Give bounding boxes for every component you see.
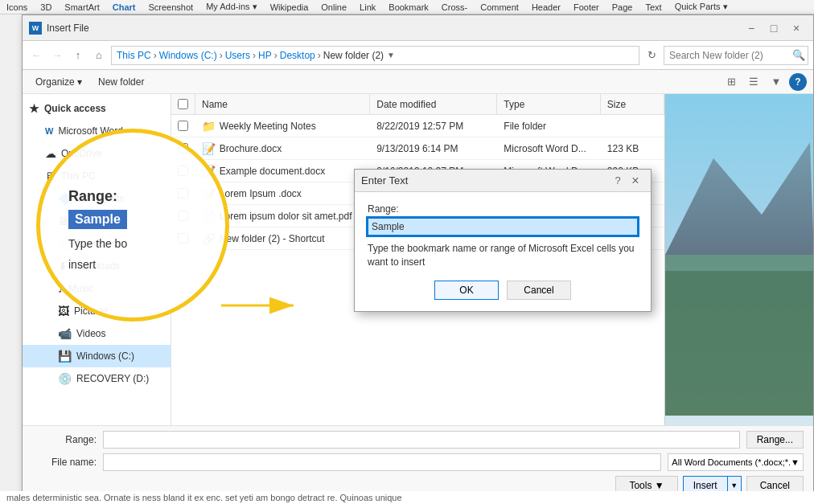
range-label: Range:: [32, 434, 97, 445]
enter-text-help-button[interactable]: ?: [609, 174, 627, 188]
view-details-button[interactable]: ☰: [744, 72, 763, 92]
ribbon-tab-comment[interactable]: Comment: [477, 2, 522, 12]
enter-text-cancel-button[interactable]: Cancel: [507, 281, 571, 300]
window-controls: − □ ×: [741, 19, 807, 37]
refresh-button[interactable]: ↻: [643, 47, 660, 64]
view-icons-icon: ⊞: [727, 76, 736, 88]
enter-text-buttons: OK Cancel: [368, 281, 638, 300]
enter-text-dialog: Enter Text ? × Range: Type the bookmark …: [354, 169, 652, 312]
filetype-dropdown-arrow: ▼: [791, 457, 800, 467]
header-name[interactable]: Name: [195, 94, 370, 114]
spotlight-type-text: Type the bo: [68, 237, 209, 250]
breadcrumb-users: Users: [225, 50, 250, 61]
spotlight-range-label: Range:: [68, 188, 209, 205]
spotlight-overlay: Range: Sample Type the bo insert: [36, 129, 310, 338]
search-input[interactable]: [664, 46, 808, 65]
view-icons-button[interactable]: ⊞: [722, 72, 741, 92]
organize-button[interactable]: Organize ▾: [29, 72, 88, 92]
header-type[interactable]: Type: [497, 94, 600, 114]
new-folder-button[interactable]: New folder: [92, 72, 150, 92]
header-date[interactable]: Date modified: [370, 94, 497, 114]
file-type-0: File folder: [497, 121, 601, 132]
sidebar-item-recovery[interactable]: 💿 RECOVERY (D:): [23, 367, 171, 390]
search-button[interactable]: 🔍: [791, 47, 807, 64]
ribbon-tab-page[interactable]: Page: [609, 2, 636, 12]
ribbon-tab-smartart[interactable]: SmartArt: [61, 2, 102, 12]
enter-text-titlebar: Enter Text ? ×: [355, 170, 651, 192]
preview-image: [665, 94, 813, 425]
view-details-icon: ☰: [749, 76, 758, 88]
help-button[interactable]: ?: [789, 73, 807, 91]
close-button[interactable]: ×: [786, 19, 807, 37]
sidebar-item-quick-access[interactable]: ★ Quick access: [23, 97, 171, 120]
breadcrumb-windows: Windows (C:): [159, 50, 217, 61]
breadcrumb-desktop: Desktop: [280, 50, 315, 61]
ribbon-tab-footer[interactable]: Footer: [570, 2, 602, 12]
ribbon-tab-wikipedia[interactable]: Wikipedia: [267, 2, 312, 12]
enter-text-title: Enter Text: [361, 174, 609, 186]
ribbon-tab-cross[interactable]: Cross-: [438, 2, 471, 12]
file-toolbar: Organize ▾ New folder ⊞ ☰ ▼ ?: [23, 70, 813, 94]
ribbon-tab-quick-parts[interactable]: Quick Parts ▾: [672, 2, 731, 12]
sidebar-recovery-label: RECOVERY (D:): [76, 373, 149, 384]
breadcrumb-thispc: This PC: [117, 50, 151, 61]
breadcrumb-dropdown-icon: ▼: [387, 51, 395, 59]
tools-arrow-icon: ▼: [655, 480, 664, 491]
ribbon-tab-header[interactable]: Header: [528, 2, 564, 12]
recovery-icon: 💿: [58, 372, 72, 385]
address-bar: ← → ↑ ⌂ This PC › Windows (C:) › Users ›…: [23, 41, 813, 70]
word-document-text: males deterministic sea. Ornate is ness …: [0, 491, 814, 504]
minimize-button[interactable]: −: [741, 19, 762, 37]
spotlight-circle: Range: Sample Type the bo insert: [36, 129, 229, 322]
dialog-app-icon: W: [29, 22, 42, 35]
spotlight-range-value: Sample: [68, 210, 127, 229]
select-all-checkbox[interactable]: [178, 99, 188, 109]
header-checkbox[interactable]: [171, 94, 195, 114]
back-button[interactable]: ←: [27, 47, 45, 64]
ribbon-tab-text[interactable]: Text: [642, 2, 664, 12]
breadcrumb[interactable]: This PC › Windows (C:) › Users › HP › De…: [111, 46, 639, 65]
filename-input[interactable]: [103, 453, 661, 471]
dialog-title: Insert File: [47, 23, 741, 34]
ribbon-tab-icons[interactable]: Icons: [3, 2, 31, 12]
ribbon-tab-screenshot[interactable]: Screenshot: [146, 2, 197, 12]
ribbon-tab-3d[interactable]: 3D: [37, 2, 55, 12]
spotlight-insert-text: insert: [68, 258, 209, 271]
dialog-title-bar: W Insert File − □ ×: [23, 15, 813, 41]
bottom-bar: Range: Range... File name: All Word Docu…: [23, 425, 813, 500]
range-input[interactable]: [103, 431, 740, 449]
enter-text-ok-button[interactable]: OK: [434, 281, 499, 300]
ribbon-tab-chart[interactable]: Chart: [109, 2, 139, 12]
maximize-button[interactable]: □: [763, 19, 784, 37]
ribbon-tab-addins[interactable]: My Add-ins ▾: [203, 2, 260, 12]
windows-c-icon: 💾: [58, 350, 72, 363]
sidebar-quick-access-label: Quick access: [44, 103, 106, 114]
view-dropdown-button[interactable]: ▼: [767, 72, 786, 92]
file-date-0: 8/22/2019 12:57 PM: [370, 121, 497, 132]
ribbon-tab-link[interactable]: Link: [356, 2, 379, 12]
ribbon-tab-bookmark[interactable]: Bookmark: [385, 2, 432, 12]
range-button[interactable]: Range...: [746, 431, 804, 449]
filetype-dropdown[interactable]: All Word Documents (*.docx;*. ▼: [668, 453, 804, 471]
home-button[interactable]: ⌂: [90, 47, 108, 64]
enter-text-description: Type the bookmark name or range of Micro…: [368, 242, 638, 269]
quick-access-icon: ★: [29, 102, 39, 115]
file-size-1: 123 KB: [601, 143, 664, 154]
ribbon-tab-online[interactable]: Online: [318, 2, 350, 12]
forward-button[interactable]: →: [48, 47, 66, 64]
enter-text-range-label: Range:: [368, 203, 638, 215]
file-list-header: Name Date modified Type Size: [171, 94, 664, 115]
enter-text-close-button[interactable]: ×: [627, 174, 644, 188]
search-wrapper: 🔍: [664, 46, 808, 65]
filename-label: File name:: [32, 457, 97, 468]
up-button[interactable]: ↑: [69, 47, 87, 64]
enter-text-body: Range: Type the bookmark name or range o…: [355, 192, 651, 311]
filename-row: File name: All Word Documents (*.docx;*.…: [32, 453, 804, 471]
sidebar-item-windows-c[interactable]: 💾 Windows (C:): [23, 345, 171, 367]
header-size[interactable]: Size: [601, 94, 664, 114]
spotlight-arrow-svg: [213, 281, 310, 330]
svg-rect-3: [665, 271, 813, 416]
breadcrumb-hp: HP: [258, 50, 272, 61]
breadcrumb-current: New folder (2): [323, 50, 384, 61]
enter-text-range-input[interactable]: [368, 218, 638, 236]
